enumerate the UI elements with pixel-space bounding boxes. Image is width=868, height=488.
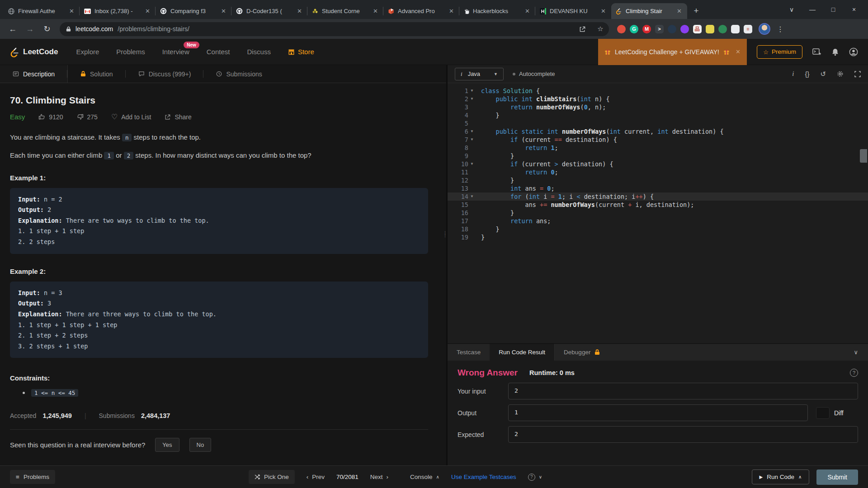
tab-close-icon[interactable]: ✕ xyxy=(68,8,75,14)
problems-list-button[interactable]: ≡ Problems xyxy=(10,470,55,484)
mindmap-extension-icon[interactable]: 品 xyxy=(693,25,702,33)
url-bar[interactable]: leetcode.com/problems/climbing-stairs/ ☆ xyxy=(60,22,609,36)
io-value[interactable]: 2 xyxy=(508,426,858,443)
close-icon[interactable]: × xyxy=(844,0,864,19)
editor-scroll-widget[interactable] xyxy=(860,149,867,163)
code-line-5[interactable]: 5 xyxy=(448,119,868,127)
autocomplete-indicator[interactable]: Autocomplete xyxy=(513,70,555,77)
panel-resize-handle[interactable]: ⋮⋮ xyxy=(443,231,447,237)
settings-gear-icon[interactable] xyxy=(837,70,844,77)
tab-search-icon[interactable]: ∨ xyxy=(781,0,802,19)
grammarly-extension-icon[interactable]: G xyxy=(630,25,638,33)
mega-extension-icon[interactable]: M xyxy=(642,25,651,33)
browser-tab[interactable]: Inbox (2,738) - ✕ xyxy=(80,3,156,19)
tab-close-icon[interactable]: ✕ xyxy=(676,8,683,14)
tab-submissions[interactable]: Submissions xyxy=(203,65,274,83)
code-line-6[interactable]: 6▼ public static int numberOfWays(int cu… xyxy=(448,127,868,136)
back-icon[interactable]: ← xyxy=(5,22,20,36)
browser-tab[interactable]: D-Coder135 ( ✕ xyxy=(231,3,307,19)
reload-icon[interactable]: ↻ xyxy=(40,22,54,36)
io-value[interactable]: 1 xyxy=(508,404,808,421)
tab-close-icon[interactable]: ✕ xyxy=(220,8,227,14)
browser-tab[interactable]: Advanced Pro ✕ xyxy=(383,3,459,19)
nav-item-discuss[interactable]: Discuss xyxy=(247,48,271,56)
console-tab-run-code-result[interactable]: Run Code Result xyxy=(490,344,555,361)
fullscreen-icon[interactable] xyxy=(854,71,861,77)
notifications-bell-icon[interactable] xyxy=(831,48,839,56)
browser-menu-icon[interactable]: ⋮ xyxy=(773,25,788,33)
code-line-1[interactable]: 1▼class Solution { xyxy=(448,87,868,95)
tab-close-icon[interactable]: ✕ xyxy=(448,8,455,14)
tab-close-icon[interactable]: ✕ xyxy=(524,8,531,14)
leetcode-logo[interactable]: LeetCode xyxy=(10,47,58,57)
prev-button[interactable]: ‹ Prev xyxy=(307,474,325,480)
terminal-box-extension-icon[interactable]: > xyxy=(655,25,664,33)
submit-button[interactable]: Submit xyxy=(816,469,858,485)
info-icon[interactable]: i xyxy=(792,70,794,78)
next-button[interactable]: Next › xyxy=(370,474,388,480)
nav-item-contest[interactable]: Contest xyxy=(207,48,230,56)
survey-no-button[interactable]: No xyxy=(189,438,212,452)
code-line-18[interactable]: 18 } xyxy=(448,225,868,233)
console-collapse-icon[interactable]: ∨ xyxy=(854,349,858,356)
notes-extension-icon[interactable] xyxy=(706,25,714,33)
format-code-icon[interactable]: {} xyxy=(805,70,809,78)
browser-tab[interactable]: Firewall Authe ✕ xyxy=(4,3,80,19)
nav-item-explore[interactable]: Explore xyxy=(76,48,99,56)
nav-item-problems[interactable]: Problems xyxy=(116,48,145,56)
language-select[interactable]: i Java ▼ xyxy=(455,68,504,80)
new-tab-button[interactable]: + xyxy=(690,5,703,17)
code-line-3[interactable]: 3 return numberOfWays(0, n); xyxy=(448,103,868,111)
bookmark-star-icon[interactable]: ☆ xyxy=(594,25,607,33)
wizard-extension-icon[interactable] xyxy=(668,25,676,33)
code-line-11[interactable]: 11 return 0; xyxy=(448,168,868,176)
console-toggle[interactable]: Console ∧ xyxy=(410,474,439,480)
code-line-7[interactable]: 7▼ if (current == destination) { xyxy=(448,136,868,144)
diff-toggle[interactable] xyxy=(816,407,830,419)
browser-tab[interactable]: Hackerblocks ✕ xyxy=(459,3,535,19)
use-example-testcases-link[interactable]: Use Example Testcases xyxy=(451,474,516,480)
code-editor[interactable]: 1▼class Solution {2▼ public int climbSta… xyxy=(448,83,868,343)
tab-close-icon[interactable]: ✕ xyxy=(144,8,151,14)
banner-close-icon[interactable]: ✕ xyxy=(736,48,741,55)
nav-item-interview[interactable]: InterviewNew xyxy=(162,48,189,56)
forward-icon[interactable]: → xyxy=(23,22,37,36)
reset-code-icon[interactable]: ↺ xyxy=(820,70,826,78)
tab-close-icon[interactable]: ✕ xyxy=(296,8,303,14)
interview-terminal-icon[interactable] xyxy=(812,48,821,56)
dislike-button[interactable]: 275 xyxy=(77,113,98,121)
code-line-8[interactable]: 8 return 1; xyxy=(448,144,868,152)
adblock-extension-icon[interactable] xyxy=(617,25,626,33)
tab-description[interactable]: Description xyxy=(0,65,68,83)
code-line-12[interactable]: 12 } xyxy=(448,176,868,184)
share-icon[interactable] xyxy=(576,26,589,33)
nav-item-store[interactable]: Store xyxy=(288,48,314,56)
code-line-16[interactable]: 16 } xyxy=(448,209,868,217)
idm-extension-icon[interactable] xyxy=(718,25,727,33)
browser-tab[interactable]: Climbing Stair ✕ xyxy=(611,3,687,19)
code-line-14[interactable]: 14▼ for (int i = 1; i < destination; i++… xyxy=(448,192,868,201)
challenge-banner[interactable]: LeetCoding Challenge + GIVEAWAY! ✕ xyxy=(598,39,747,65)
code-line-17[interactable]: 17 return ans; xyxy=(448,217,868,225)
tab-discuss-[interactable]: Discuss (999+) xyxy=(126,65,204,83)
playlist-extension-icon[interactable]: ≡ xyxy=(744,25,752,33)
code-line-4[interactable]: 4 } xyxy=(448,111,868,119)
bot-extension-icon[interactable] xyxy=(680,25,689,33)
code-line-9[interactable]: 9 } xyxy=(448,152,868,160)
share-button[interactable]: Share xyxy=(165,113,191,121)
survey-yes-button[interactable]: Yes xyxy=(155,438,179,452)
tab-close-icon[interactable]: ✕ xyxy=(600,8,607,14)
maximize-icon[interactable]: □ xyxy=(823,0,844,19)
code-line-19[interactable]: 19} xyxy=(448,233,868,241)
browser-tab[interactable]: Student Corne ✕ xyxy=(307,3,383,19)
puzzle-extension-icon[interactable] xyxy=(731,25,740,33)
description-content[interactable]: 70. Climbing Stairs Easy 9120 275 ♡ xyxy=(0,83,446,465)
testcase-help[interactable]: ? ∨ xyxy=(528,474,542,481)
browser-tab[interactable]: DEVANSH KU ✕ xyxy=(535,3,611,19)
run-code-button[interactable]: ▶ Run Code ∧ xyxy=(752,469,810,484)
like-button[interactable]: 9120 xyxy=(38,113,63,121)
premium-button[interactable]: ☆ Premium xyxy=(757,45,802,59)
io-value[interactable]: 2 xyxy=(508,383,858,399)
code-line-15[interactable]: 15 ans += numberOfWays(current + i, dest… xyxy=(448,201,868,209)
tab-solution[interactable]: Solution xyxy=(68,65,126,83)
